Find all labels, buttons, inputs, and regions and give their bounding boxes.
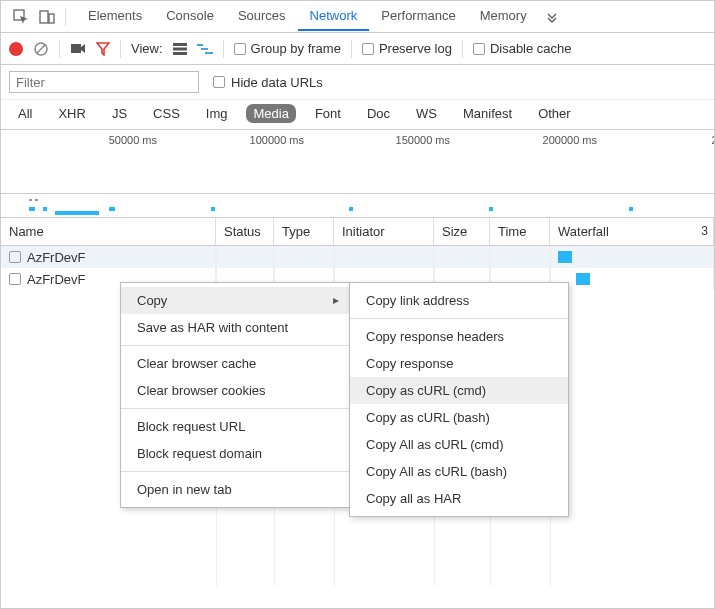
submenu-copy-all-har[interactable]: Copy all as HAR (350, 485, 568, 512)
chk-disable-cache[interactable]: Disable cache (473, 41, 572, 56)
timeline-tick: 100000 ms (250, 134, 304, 146)
clear-icon[interactable] (33, 41, 49, 57)
svg-line-4 (37, 45, 45, 53)
inspect-element-icon[interactable] (9, 5, 33, 29)
col-status[interactable]: Status (216, 218, 274, 245)
view-label: View: (131, 41, 163, 56)
context-menu: Copy Save as HAR with content Clear brow… (120, 282, 350, 508)
menu-clear-cookies[interactable]: Clear browser cookies (121, 377, 349, 404)
filter-funnel-icon[interactable] (96, 42, 110, 56)
chk-preserve-log[interactable]: Preserve log (362, 41, 452, 56)
tab-network[interactable]: Network (298, 2, 370, 31)
submenu-copy-resp-headers[interactable]: Copy response headers (350, 323, 568, 350)
col-type[interactable]: Type (274, 218, 334, 245)
type-filter-row: All XHR JS CSS Img Media Font Doc WS Man… (1, 100, 714, 130)
type-xhr[interactable]: XHR (51, 104, 92, 123)
devtools-tab-bar: Elements Console Sources Network Perform… (1, 1, 714, 33)
timeline-tick: 200000 ms (543, 134, 597, 146)
timeline-spacer (1, 194, 714, 218)
chk-hide-data-urls[interactable]: Hide data URLs (213, 75, 323, 90)
table-row[interactable]: AzFrDevF (1, 246, 714, 268)
row-name: AzFrDevF (27, 272, 86, 287)
col-initiator[interactable]: Initiator (334, 218, 434, 245)
type-doc[interactable]: Doc (360, 104, 397, 123)
tab-console[interactable]: Console (154, 2, 226, 31)
tab-performance[interactable]: Performance (369, 2, 467, 31)
type-css[interactable]: CSS (146, 104, 187, 123)
submenu-copy-curl-bash[interactable]: Copy as cURL (bash) (350, 404, 568, 431)
tab-memory[interactable]: Memory (468, 2, 539, 31)
devtools-tabs: Elements Console Sources Network Perform… (76, 2, 539, 31)
timeline-tick: 50000 ms (109, 134, 157, 146)
submenu-copy-all-curl-cmd[interactable]: Copy All as cURL (cmd) (350, 431, 568, 458)
tab-sources[interactable]: Sources (226, 2, 298, 31)
waterfall-edge-label: 3 (701, 224, 708, 238)
svg-rect-10 (201, 48, 208, 50)
type-other[interactable]: Other (531, 104, 578, 123)
col-time[interactable]: Time (490, 218, 550, 245)
menu-block-url[interactable]: Block request URL (121, 413, 349, 440)
type-media[interactable]: Media (246, 104, 295, 123)
view-waterfall-icon[interactable] (197, 43, 213, 55)
svg-rect-7 (173, 47, 187, 50)
filter-row: Hide data URLs (1, 65, 714, 100)
waterfall-bar (576, 273, 590, 285)
type-manifest[interactable]: Manifest (456, 104, 519, 123)
waterfall-bar (558, 251, 572, 263)
timeline-overview[interactable]: 50000 ms 100000 ms 150000 ms 200000 ms 2… (1, 130, 714, 194)
submenu-copy-curl-cmd[interactable]: Copy as cURL (cmd) (350, 377, 568, 404)
type-all[interactable]: All (11, 104, 39, 123)
menu-save-har[interactable]: Save as HAR with content (121, 314, 349, 341)
row-checkbox[interactable] (9, 251, 21, 263)
submenu-copy-all-curl-bash[interactable]: Copy All as cURL (bash) (350, 458, 568, 485)
type-js[interactable]: JS (105, 104, 134, 123)
col-name[interactable]: Name (1, 218, 216, 245)
type-img[interactable]: Img (199, 104, 235, 123)
camera-icon[interactable] (70, 42, 86, 56)
type-ws[interactable]: WS (409, 104, 444, 123)
row-checkbox[interactable] (9, 273, 21, 285)
svg-rect-6 (173, 43, 187, 46)
svg-rect-1 (40, 11, 48, 23)
network-table-header: Name Status Type Initiator Size Time Wat… (1, 218, 714, 246)
menu-copy[interactable]: Copy (121, 287, 349, 314)
menu-open-new-tab[interactable]: Open in new tab (121, 476, 349, 503)
type-font[interactable]: Font (308, 104, 348, 123)
tab-elements[interactable]: Elements (76, 2, 154, 31)
record-icon[interactable] (9, 42, 23, 56)
col-size[interactable]: Size (434, 218, 490, 245)
submenu-copy-response[interactable]: Copy response (350, 350, 568, 377)
menu-clear-cache[interactable]: Clear browser cache (121, 350, 349, 377)
svg-rect-11 (205, 52, 213, 54)
device-toolbar-icon[interactable] (35, 5, 59, 29)
network-toolbar: View: Group by frame Preserve log Disabl… (1, 33, 714, 65)
chk-group-by-frame[interactable]: Group by frame (234, 41, 341, 56)
row-name: AzFrDevF (27, 250, 86, 265)
view-large-icon[interactable] (173, 43, 187, 55)
submenu-copy-link[interactable]: Copy link address (350, 287, 568, 314)
menu-block-domain[interactable]: Block request domain (121, 440, 349, 467)
svg-rect-9 (197, 44, 203, 46)
timeline-tick: 2500 (712, 134, 715, 146)
filter-input[interactable] (9, 71, 199, 93)
svg-rect-8 (173, 52, 187, 55)
more-tabs-icon[interactable] (545, 10, 559, 24)
svg-rect-2 (49, 14, 54, 23)
svg-rect-5 (71, 44, 81, 53)
copy-submenu: Copy link address Copy response headers … (349, 282, 569, 517)
col-waterfall[interactable]: Waterfall (550, 218, 714, 245)
timeline-tick: 150000 ms (396, 134, 450, 146)
